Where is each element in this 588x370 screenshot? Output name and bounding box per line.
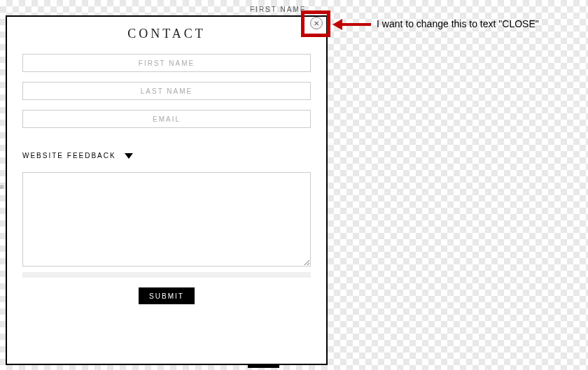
last-name-input[interactable] — [22, 82, 311, 100]
first-name-input[interactable] — [22, 54, 311, 72]
annotation-arrow — [332, 21, 371, 28]
close-icon: ✕ — [314, 20, 319, 27]
email-input[interactable] — [22, 110, 311, 128]
submit-button[interactable]: SUBMIT — [139, 287, 195, 304]
arrow-head-icon — [332, 19, 342, 30]
svg-marker-0 — [125, 153, 133, 159]
message-textarea[interactable] — [22, 172, 311, 266]
annotation-text: I want to change this to text "CLOSE" — [377, 18, 539, 29]
modal-title: CONTACT — [22, 27, 311, 41]
arrow-line — [342, 23, 371, 26]
dropdown-selected-label: WEBSITE FEEDBACK — [22, 152, 116, 159]
close-button[interactable]: ✕ — [310, 17, 323, 29]
chevron-down-icon — [125, 153, 133, 159]
feedback-dropdown[interactable]: WEBSITE FEEDBACK — [22, 152, 311, 159]
scrollbar-track — [22, 272, 311, 278]
side-marker: B — [0, 184, 4, 190]
background-field-label: FIRST NAME — [250, 6, 306, 13]
contact-modal: CONTACT WEBSITE FEEDBACK SUBMIT — [6, 15, 328, 365]
